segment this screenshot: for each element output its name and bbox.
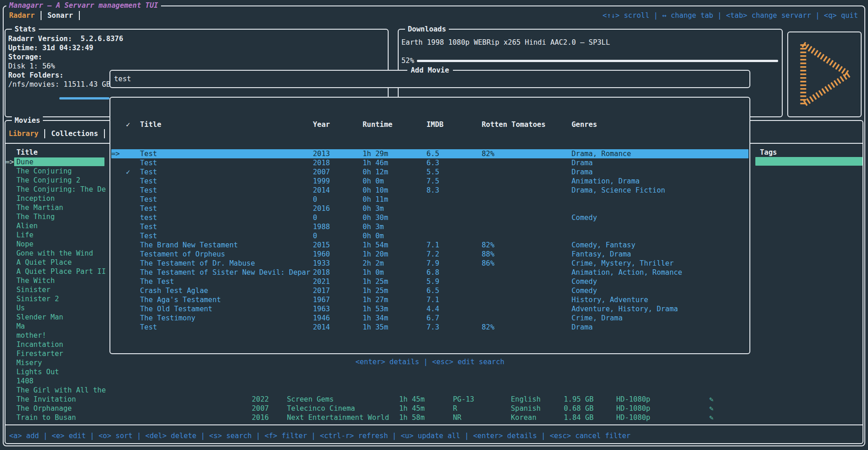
result-title: The Test bbox=[140, 277, 313, 286]
library-row[interactable]: The Thing bbox=[5, 212, 104, 221]
result-year: 0 bbox=[313, 213, 363, 222]
library-row[interactable]: Slender Man bbox=[5, 313, 104, 322]
result-genres bbox=[572, 195, 748, 204]
check-icon bbox=[126, 304, 140, 314]
library-row[interactable]: Lights Out bbox=[5, 367, 104, 377]
search-result-row[interactable]: Test20160h 3m bbox=[111, 204, 748, 213]
search-result-row[interactable]: =>Test20131h 29m6.582%Drama, Romance bbox=[111, 149, 748, 158]
runtime-col-header: Runtime bbox=[363, 120, 426, 129]
library-row[interactable]: Us bbox=[5, 303, 104, 313]
library-row[interactable]: Inception bbox=[5, 194, 104, 203]
check-icon bbox=[126, 195, 140, 204]
library-row[interactable]: Incantation bbox=[5, 340, 104, 349]
library-row[interactable]: mother! bbox=[5, 331, 104, 340]
movie-title: Inception bbox=[14, 194, 104, 203]
search-result-row[interactable]: Test19990h 0m7.5Animation, Drama bbox=[111, 177, 748, 186]
result-imdb bbox=[426, 213, 482, 222]
search-result-row[interactable]: The Old Testament19631h 53m4.4Adventure,… bbox=[111, 304, 748, 314]
search-result-row[interactable]: The Test20211h 25m5.9Comedy bbox=[111, 277, 748, 286]
search-result-row[interactable]: The Brand New Testament20151h 54m7.182%C… bbox=[111, 241, 748, 250]
check-icon bbox=[126, 213, 140, 222]
result-runtime: 1h 0m bbox=[363, 268, 426, 277]
library-row[interactable]: Nope bbox=[5, 240, 104, 249]
library-row[interactable]: The Conjuring: The De bbox=[5, 185, 104, 194]
library-row[interactable]: Misery bbox=[5, 358, 104, 367]
search-result-row[interactable]: Crash Test Aglae20171h 25m6.5Comedy bbox=[111, 286, 748, 295]
library-table-row[interactable]: 2007Telecinco Cinema1h 45mRSpanish0.68 G… bbox=[252, 404, 758, 413]
library-row[interactable]: Firestarter bbox=[5, 349, 104, 358]
search-result-row[interactable]: Test20141h 35m7.382%Drama bbox=[111, 323, 748, 332]
library-row[interactable]: The Martian bbox=[5, 203, 104, 212]
search-result-row[interactable]: The Testament of Sister New Devil: Depar… bbox=[111, 268, 748, 277]
selection-marker-icon bbox=[5, 203, 14, 212]
row-year: 2007 bbox=[252, 404, 287, 413]
download-percent: 52% bbox=[401, 56, 414, 65]
library-table-row[interactable]: 2016Next Entertainment World1h 58mNRKore… bbox=[252, 413, 758, 422]
search-result-row[interactable]: Testament of Orpheus19601h 20m7.288%Fant… bbox=[111, 250, 748, 259]
search-result-row[interactable]: test00h 30mComedy bbox=[111, 213, 748, 222]
row-size: 1.95 GB bbox=[564, 395, 616, 404]
tab-collections[interactable]: Collections bbox=[51, 129, 98, 138]
tab-library[interactable]: Library bbox=[9, 129, 38, 138]
search-result-row[interactable]: The Testimony19461h 34m6.7Crime, Drama bbox=[111, 314, 748, 323]
library-row[interactable]: A Quiet Place bbox=[5, 258, 104, 267]
edit-icon[interactable]: ✎ bbox=[709, 413, 713, 422]
result-rt bbox=[482, 314, 572, 323]
library-row[interactable]: Sinister bbox=[5, 285, 104, 294]
help-separator-line bbox=[5, 424, 863, 425]
result-genres: Fantasy, Drama bbox=[572, 250, 748, 259]
library-row[interactable]: A Quiet Place Part II bbox=[5, 267, 104, 276]
search-result-row[interactable]: Test20181h 46m6.3Drama bbox=[111, 158, 748, 167]
library-row[interactable]: The Orphanage bbox=[5, 404, 104, 413]
library-table-row[interactable]: 2022Screen Gems1h 45mPG-13English1.95 GB… bbox=[252, 395, 758, 404]
managarr-logo-icon bbox=[790, 38, 859, 111]
library-row[interactable]: The Conjuring 2 bbox=[5, 176, 104, 185]
result-imdb: 7.1 bbox=[426, 241, 482, 250]
selection-marker-icon bbox=[5, 167, 14, 176]
result-imdb bbox=[426, 231, 482, 241]
search-result-row[interactable]: The Aga's Testament19671h 27m7.1History,… bbox=[111, 295, 748, 304]
library-row[interactable]: The Invitation bbox=[5, 395, 104, 404]
library-row[interactable]: 1408 bbox=[5, 377, 104, 386]
edit-icon[interactable]: ✎ bbox=[709, 404, 713, 413]
movie-title: Sinister 2 bbox=[14, 294, 104, 303]
library-row[interactable]: The Girl with All the bbox=[5, 386, 104, 395]
search-result-row[interactable]: Test20140h 10m8.3Drama, Science Fiction bbox=[111, 186, 748, 195]
movie-title: Slender Man bbox=[14, 313, 104, 322]
result-runtime: 1h 46m bbox=[363, 158, 426, 167]
result-year: 2018 bbox=[313, 268, 363, 277]
search-result-row[interactable]: ✓Test20070h 12m5.5Drama bbox=[111, 167, 748, 177]
library-row[interactable]: Life bbox=[5, 230, 104, 240]
library-row[interactable]: Gone with the Wind bbox=[5, 249, 104, 258]
download-item-title[interactable]: Earth 1998 1080p WEBRip x265 Hindi AAC2.… bbox=[401, 38, 610, 47]
tab-sonarr[interactable]: Sonarr bbox=[47, 11, 73, 20]
result-year: 1960 bbox=[313, 250, 363, 259]
search-result-row[interactable]: Test00h 11m bbox=[111, 195, 748, 204]
search-result-row[interactable]: The Testament of Dr. Mabuse19332h 2m7.98… bbox=[111, 259, 748, 268]
search-input[interactable]: test bbox=[114, 74, 131, 84]
library-row[interactable]: =>Dune bbox=[5, 157, 104, 167]
selection-marker-icon bbox=[5, 386, 14, 395]
movie-title: Ma bbox=[14, 322, 104, 331]
check-icon bbox=[126, 158, 140, 167]
result-rt bbox=[482, 304, 572, 314]
selection-marker-icon bbox=[5, 212, 14, 221]
library-row[interactable]: The Conjuring bbox=[5, 167, 104, 176]
search-result-row[interactable]: Test00h 0m bbox=[111, 231, 748, 241]
search-result-row[interactable]: Test19880h 3m bbox=[111, 222, 748, 231]
library-row[interactable]: Ma bbox=[5, 322, 104, 331]
edit-icon[interactable]: ✎ bbox=[709, 395, 713, 404]
app-title: Managarr – A Servarr management TUI bbox=[6, 1, 161, 10]
tab-radarr[interactable]: Radarr bbox=[9, 11, 35, 20]
results-rows: =>Test20131h 29m6.582%Drama, RomanceTest… bbox=[111, 149, 748, 332]
result-runtime: 0h 0m bbox=[363, 231, 426, 241]
movie-title: The Thing bbox=[14, 212, 104, 221]
selection-marker-icon bbox=[5, 322, 14, 331]
add-movie-search-box[interactable]: Add Movie test bbox=[109, 70, 750, 88]
selection-marker-icon bbox=[5, 313, 14, 322]
library-row[interactable]: Sinister 2 bbox=[5, 294, 104, 303]
library-row[interactable]: Alien bbox=[5, 221, 104, 230]
library-row[interactable]: Train to Busan bbox=[5, 413, 104, 422]
library-row[interactable]: The Witch bbox=[5, 276, 104, 285]
row-quality: HD-1080p bbox=[616, 395, 680, 404]
